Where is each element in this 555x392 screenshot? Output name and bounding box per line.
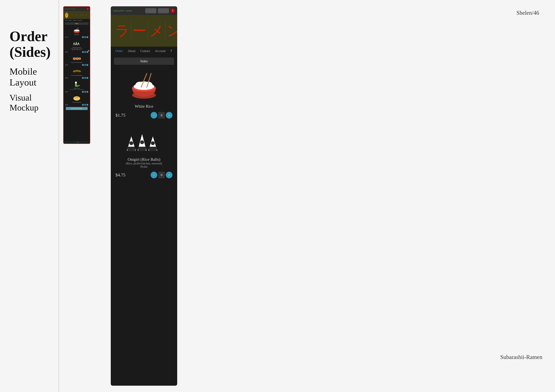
small-dango-price-row: $3.75 − 0 + [64, 91, 90, 93]
small-gyoza-qty-ctrl: − 0 + [82, 77, 88, 79]
svg-rect-14 [73, 44, 75, 45]
small-takoyaki-qty: 0 [84, 64, 86, 66]
small-dango-decrement[interactable]: − [82, 91, 84, 93]
small-dango-desc: (rice flour, Green tea, red food color) [70, 89, 84, 90]
layout-label: Mobile Layout [9, 66, 54, 88]
small-dango-qty-ctrl: − 0 + [82, 91, 88, 93]
svg-point-20 [76, 43, 77, 44]
small-dango-qty: 0 [84, 91, 86, 93]
small-takoyaki-qty-ctrl: − 0 + [82, 64, 88, 66]
svg-point-21 [78, 44, 79, 44]
svg-rect-72 [128, 147, 135, 151]
small-scroll-indicator [88, 50, 89, 51]
small-gyoza-increment[interactable]: + [86, 77, 88, 79]
large-kanji-ra: ラ [114, 21, 131, 41]
small-gyoza-icon [73, 68, 81, 74]
large-header-tab1 [145, 8, 156, 13]
small-white-rice-decrement[interactable]: − [82, 36, 84, 38]
large-nav-help[interactable]: ? [170, 49, 172, 53]
small-item-takoyaki: Takoyaki (Octopus Balls) [64, 53, 90, 64]
large-nav-account[interactable]: Account [155, 49, 166, 53]
svg-rect-4 [66, 18, 67, 18]
large-white-rice-increment[interactable]: + [166, 112, 172, 119]
divider [58, 0, 59, 392]
small-onigiri-price: $4.75 [65, 51, 68, 53]
small-gyoza-qty: 0 [84, 77, 86, 79]
small-takoyaki-decrement[interactable]: − [82, 64, 84, 66]
small-nav-about[interactable]: About [68, 20, 72, 21]
small-back-arrow[interactable]: ← [74, 142, 76, 143]
small-kinchi-price-row: $4.75 − 0 + [64, 104, 90, 106]
small-takoyaki-icon [73, 55, 81, 61]
small-brand: Subarashii • ramen [65, 8, 75, 10]
svg-rect-16 [75, 44, 77, 45]
subarashii-label: Subarashii-Ramen [500, 354, 542, 360]
small-footer: ← Sides [64, 141, 90, 143]
large-nav-about[interactable]: About [128, 49, 136, 53]
small-kinchi-increment[interactable]: + [86, 104, 88, 106]
page-title-2: (Sides) [9, 44, 54, 60]
large-nav-contact[interactable]: Contact [140, 49, 150, 53]
small-nav: Order About Contact Account ? [64, 19, 90, 22]
small-rice-bowl-image [72, 26, 81, 34]
small-takoyaki-increment[interactable]: + [86, 64, 88, 66]
large-onigiri-qty: 0 [158, 172, 165, 178]
svg-rect-0 [66, 12, 67, 13]
small-dango-icon [73, 80, 81, 87]
small-nav-order[interactable]: Order [65, 20, 67, 21]
small-white-rice-increment[interactable]: + [86, 36, 88, 38]
large-onigiri-decrement[interactable]: − [151, 172, 157, 178]
small-section-title: Sides [65, 22, 89, 25]
small-kinchi-decrement[interactable]: − [82, 104, 84, 106]
small-onigiri-legend: Pickle Chicken [72, 49, 81, 50]
large-nav: Order About Contact Account ? [111, 47, 177, 55]
small-white-rice-price-row: $1.75 − 0 + [64, 36, 90, 38]
small-nav-help[interactable]: ? [83, 20, 83, 21]
svg-point-73 [129, 141, 133, 145]
large-rice-bowl-icon [127, 71, 161, 101]
svg-point-30 [79, 58, 80, 59]
svg-point-43 [75, 98, 76, 99]
large-header-tab2 [158, 8, 169, 13]
right-label-top: Shelen/46 [516, 9, 539, 16]
small-gyoza-price-row: $5.75 − 0 + [64, 77, 90, 79]
small-dango-price: $3.75 [65, 91, 68, 93]
svg-rect-18 [77, 44, 79, 45]
small-kinchi-qty-ctrl: − 0 + [82, 104, 88, 106]
large-rice-bowl-image [125, 70, 163, 102]
large-nav-order[interactable]: Order [116, 49, 123, 53]
mockup-label: Visual Mockup [9, 93, 54, 113]
large-white-rice-name: White Rice [135, 104, 153, 109]
small-banner: 素 晴 ラ ー メ ン [64, 11, 90, 19]
large-kanji-n: ン [165, 21, 177, 41]
small-takoyaki-name: Takoyaki (Octopus Balls) [71, 62, 82, 63]
large-onigiri-qty-ctrl: − 0 + [151, 172, 172, 178]
small-nav-contact[interactable]: Contact [73, 20, 77, 21]
small-kinchi-qty: 0 [84, 104, 86, 106]
small-onigiri-name: Onigiri (Rice Balls) [72, 47, 81, 48]
small-proceed-button[interactable]: Proceed to Beverages [66, 107, 88, 110]
small-onigiri-icon [73, 39, 81, 47]
large-cart-badge: 2 [171, 8, 175, 13]
small-gyoza-image [72, 67, 81, 75]
svg-point-39 [75, 82, 77, 84]
large-onigiri-increment[interactable]: + [166, 172, 172, 178]
large-onigiri-image [125, 123, 163, 155]
small-dango-increment[interactable]: + [86, 91, 88, 93]
large-white-rice-decrement[interactable]: − [151, 112, 157, 119]
small-gyoza-price: $5.75 [65, 77, 68, 79]
small-cart-badge: 2 [87, 8, 89, 10]
svg-point-44 [76, 97, 77, 98]
svg-text:晴: 晴 [66, 15, 67, 16]
small-item-white-rice: White Rice [64, 25, 90, 36]
small-kinchi-price: $4.75 [65, 104, 68, 106]
small-onigiri-decrement[interactable]: − [82, 51, 84, 53]
small-gyoza-decrement[interactable]: − [82, 77, 84, 79]
small-nav-account[interactable]: Account [78, 20, 82, 21]
left-labels: Order (Sides) Mobile Layout Visual Mocku… [9, 29, 54, 113]
small-kinchi-image [72, 94, 81, 102]
small-onigiri-increment[interactable]: + [86, 51, 88, 53]
small-onigiri-price-row: $4.75 − 0 + [64, 51, 90, 53]
small-white-rice-price: $1.75 [65, 36, 68, 38]
small-item-onigiri: Onigiri (Rice Balls) (Rice, pickle/chick… [64, 38, 90, 51]
